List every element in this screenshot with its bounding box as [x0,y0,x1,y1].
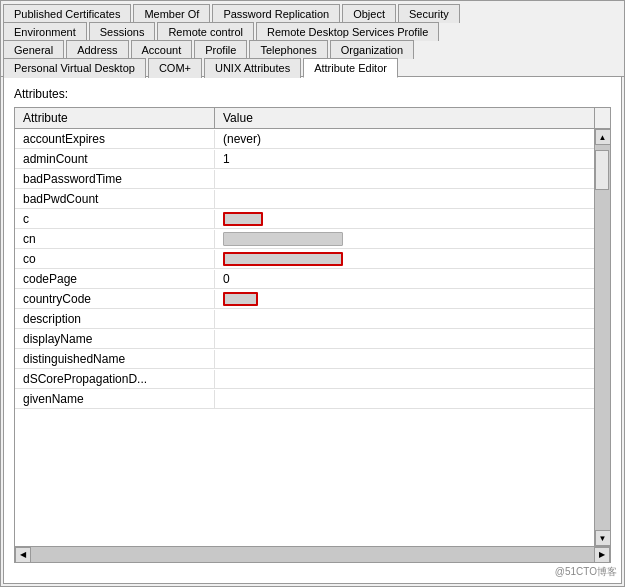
tab-environment[interactable]: Environment [3,22,87,41]
cell-attribute: cn [15,230,215,248]
tab-unix-attributes[interactable]: UNIX Attributes [204,58,301,78]
cell-value [215,397,594,401]
cell-attribute: description [15,310,215,328]
tab-row-1: Published CertificatesMember OfPassword … [3,3,624,21]
tab-published-certificates[interactable]: Published Certificates [3,4,131,23]
scroll-right-button[interactable]: ▶ [594,547,610,563]
cell-attribute: codePage [15,270,215,288]
watermark: @51CTO博客 [555,565,617,579]
cell-value [215,197,594,201]
table-row[interactable]: cn [15,229,594,249]
horizontal-scrollbar[interactable]: ◀ ▶ [15,546,610,562]
tab-sessions[interactable]: Sessions [89,22,156,41]
tab-com-plus[interactable]: COM+ [148,58,202,78]
cell-attribute: badPasswordTime [15,170,215,188]
cell-value: 0 [215,270,594,288]
tab-profile[interactable]: Profile [194,40,247,59]
content-area: Attributes: Attribute Value accountExpir… [3,77,622,584]
cell-attribute: displayName [15,330,215,348]
cell-value: (never) [215,130,594,148]
scrollbar-thumb[interactable] [595,150,609,190]
redacted-value [223,252,343,266]
redacted-value [223,232,343,246]
cell-value [215,357,594,361]
cell-attribute: countryCode [15,290,215,308]
table-row[interactable]: countryCode [15,289,594,309]
tab-account[interactable]: Account [131,40,193,59]
tab-security[interactable]: Security [398,4,460,23]
table-row[interactable]: givenName [15,389,594,409]
cell-attribute: dSCorePropagationD... [15,370,215,388]
bottom-scrollbar-track[interactable] [31,547,594,562]
cell-attribute: distinguishedName [15,350,215,368]
scroll-up-button[interactable]: ▲ [595,129,611,145]
tab-telephones[interactable]: Telephones [249,40,327,59]
table-row[interactable]: description [15,309,594,329]
table-row[interactable]: dSCorePropagationD... [15,369,594,389]
vertical-scrollbar[interactable]: ▲ ▼ [594,129,610,546]
cell-attribute: accountExpires [15,130,215,148]
table-row[interactable]: c [15,209,594,229]
table-row[interactable]: adminCount1 [15,149,594,169]
attributes-label: Attributes: [14,87,611,101]
tab-address[interactable]: Address [66,40,128,59]
tab-personal-virtual-desktop[interactable]: Personal Virtual Desktop [3,58,146,78]
cell-value [215,177,594,181]
tab-member-of[interactable]: Member Of [133,4,210,23]
cell-value [215,377,594,381]
column-header-attribute: Attribute [15,108,215,128]
table-row[interactable]: badPwdCount [15,189,594,209]
tab-row-2: EnvironmentSessionsRemote controlRemote … [3,21,624,39]
cell-value [215,290,594,308]
cell-value [215,317,594,321]
table-row[interactable]: accountExpires(never) [15,129,594,149]
tab-password-replication[interactable]: Password Replication [212,4,340,23]
table-row[interactable]: codePage0 [15,269,594,289]
redacted-value [223,292,258,306]
tab-object[interactable]: Object [342,4,396,23]
cell-attribute: badPwdCount [15,190,215,208]
cell-value [215,230,594,248]
tab-organization[interactable]: Organization [330,40,414,59]
cell-value: 1 [215,150,594,168]
table-header: Attribute Value [15,108,610,129]
cell-attribute: adminCount [15,150,215,168]
table-body: accountExpires(never)adminCount1badPassw… [15,129,610,546]
cell-value [215,210,594,228]
main-window: Published CertificatesMember OfPassword … [0,0,625,587]
column-header-value: Value [215,108,594,128]
tab-attribute-editor[interactable]: Attribute Editor [303,58,398,78]
attributes-table: Attribute Value accountExpires(never)adm… [14,107,611,563]
tab-remote-desktop[interactable]: Remote Desktop Services Profile [256,22,439,41]
tab-remote-control[interactable]: Remote control [157,22,254,41]
cell-value [215,250,594,268]
scrollbar-track[interactable] [595,145,610,530]
tab-bar: Published CertificatesMember OfPassword … [1,1,624,77]
table-row[interactable]: displayName [15,329,594,349]
redacted-value [223,212,263,226]
cell-attribute: givenName [15,390,215,408]
scroll-left-button[interactable]: ◀ [15,547,31,563]
cell-value [215,337,594,341]
cell-attribute: c [15,210,215,228]
tab-row-3: GeneralAddressAccountProfileTelephonesOr… [3,39,624,57]
table-row[interactable]: co [15,249,594,269]
scroll-down-button[interactable]: ▼ [595,530,611,546]
cell-attribute: co [15,250,215,268]
rows-container: accountExpires(never)adminCount1badPassw… [15,129,594,546]
tab-general[interactable]: General [3,40,64,59]
table-row[interactable]: badPasswordTime [15,169,594,189]
tab-row-4: Personal Virtual DesktopCOM+UNIX Attribu… [3,57,624,76]
table-row[interactable]: distinguishedName [15,349,594,369]
